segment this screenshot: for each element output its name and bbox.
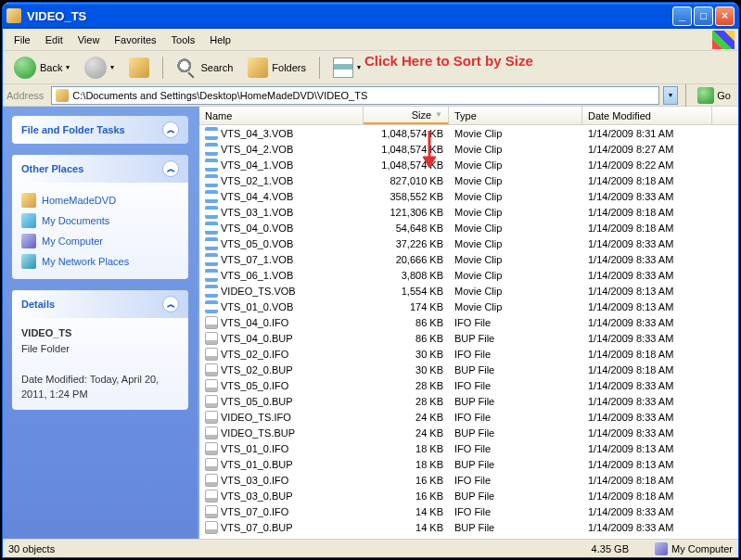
chevron-down-icon: ▾ [357,63,361,71]
menu-edit[interactable]: Edit [38,31,70,49]
file-type: BUP File [449,364,582,375]
titlebar[interactable]: VIDEO_TS _ □ × [3,3,738,29]
search-button[interactable]: Search [171,54,238,82]
back-button[interactable]: Back ▾ [8,53,75,83]
svg-marker-1 [423,157,436,168]
address-path: C:\Documents and Settings\Desktop\HomeMa… [72,90,367,101]
up-folder-icon [129,57,149,78]
file-type: Movie Clip [449,191,582,202]
file-row[interactable]: VTS_07_1.VOB20,666 KBMovie Clip1/14/2009… [199,251,738,267]
file-row[interactable]: VTS_02_1.VOB827,010 KBMovie Clip1/14/200… [199,172,738,188]
file-row[interactable]: VTS_04_1.VOB1,048,574 KBMovie Clip1/14/2… [199,157,738,172]
collapse-icon[interactable]: ︽ [162,121,179,138]
address-input[interactable]: C:\Documents and Settings\Desktop\HomeMa… [51,86,659,105]
file-icon [205,348,218,361]
file-type: Movie Clip [449,159,582,171]
file-row[interactable]: VTS_03_1.VOB121,306 KBMovie Clip1/14/200… [199,204,738,220]
file-name: VTS_01_0.IFO [221,443,288,454]
address-dropdown[interactable]: ▾ [663,86,678,105]
maximize-button[interactable]: □ [694,6,713,26]
file-row[interactable]: VTS_02_0.BUP30 KBBUP File1/14/2009 8:18 … [199,362,738,377]
file-row[interactable]: VTS_07_0.BUP14 KBBUP File1/14/2009 8:33 … [199,519,738,535]
file-row[interactable]: VTS_04_2.VOB1,048,574 KBMovie Clip1/14/2… [199,141,738,157]
chevron-down-icon: ▾ [110,63,114,71]
collapse-icon[interactable]: ︽ [162,160,179,177]
file-row[interactable]: VTS_02_0.IFO30 KBIFO File1/14/2009 8:18 … [199,346,738,362]
file-row[interactable]: VIDEO_TS.BUP24 KBBUP File1/14/2009 8:33 … [199,425,738,440]
statusbar: 30 objects 4.35 GB My Computer [3,539,738,557]
folders-button[interactable]: Folders [242,54,312,82]
sidebar-place-item[interactable]: My Network Places [21,251,179,272]
file-row[interactable]: VTS_05_0.BUP28 KBBUP File1/14/2009 8:33 … [199,393,738,409]
file-icon [205,159,218,172]
minimize-button[interactable]: _ [672,6,692,26]
file-row[interactable]: VTS_04_0.VOB54,648 KBMovie Clip1/14/2009… [199,220,738,235]
views-icon [333,57,353,78]
file-row[interactable]: VIDEO_TS.VOB1,554 KBMovie Clip1/14/2009 … [199,283,738,299]
up-button[interactable] [123,54,155,82]
status-disk-size: 4.35 GB [462,543,647,554]
forward-button[interactable]: ▾ [79,53,120,83]
file-row[interactable]: VTS_01_0.BUP18 KBBUP File1/14/2009 8:13 … [199,456,738,472]
collapse-icon[interactable]: ︽ [162,296,179,312]
file-type: Movie Clip [449,144,582,155]
sidebar-place-item[interactable]: My Documents [21,210,179,231]
file-date: 1/14/2009 8:33 AM [582,238,712,249]
file-name: VTS_04_2.VOB [221,144,293,155]
file-row[interactable]: VTS_05_0.VOB37,226 KBMovie Clip1/14/2009… [199,235,738,251]
file-name: VTS_03_0.BUP [221,490,293,502]
file-row[interactable]: VTS_05_0.IFO28 KBIFO File1/14/2009 8:33 … [199,377,738,393]
go-button[interactable]: Go [694,85,735,106]
file-row[interactable]: VTS_01_0.VOB174 KBMovie Clip1/14/2009 8:… [199,299,738,314]
column-type[interactable]: Type [449,107,582,124]
sidebar-place-item[interactable]: My Computer [21,231,179,251]
file-row[interactable]: VTS_03_0.IFO16 KBIFO File1/14/2009 8:18 … [199,472,738,488]
views-button[interactable]: ▾ [327,54,366,82]
file-size: 121,306 KB [364,207,449,218]
file-name: VTS_05_0.BUP [221,396,293,407]
file-type: Movie Clip [449,175,582,186]
sidebar: File and Folder Tasks ︽ Other Places ︽ H… [3,107,198,539]
menu-favorites[interactable]: Favorites [107,31,163,49]
forward-arrow-icon [84,57,107,79]
file-date: 1/14/2009 8:33 AM [582,254,712,265]
file-type: BUP File [449,522,582,533]
file-name: VTS_04_1.VOB [221,159,293,171]
go-icon [697,87,714,104]
file-date: 1/14/2009 8:22 AM [582,159,712,171]
menu-file[interactable]: File [6,31,38,49]
file-icon [205,269,218,282]
file-icon [205,143,218,156]
menu-help[interactable]: Help [202,31,238,49]
file-row[interactable]: VTS_04_4.VOB358,552 KBMovie Clip1/14/200… [199,188,738,204]
places-panel-header[interactable]: Other Places ︽ [12,155,188,183]
file-pane: Name Size▼ Type Date Modified VTS_04_3.V… [198,107,738,539]
tasks-panel-header[interactable]: File and Folder Tasks ︽ [12,116,188,144]
separator [319,57,320,79]
file-icon [205,379,218,392]
file-name: VTS_06_1.VOB [221,270,293,281]
file-icon [205,127,218,140]
explorer-window: VIDEO_TS _ □ × File Edit View Favorites … [2,2,739,558]
file-date: 1/14/2009 8:13 AM [582,459,712,470]
file-row[interactable]: VTS_04_3.VOB1,048,574 KBMovie Clip1/14/2… [199,125,738,141]
file-row[interactable]: VTS_03_0.BUP16 KBBUP File1/14/2009 8:18 … [199,488,738,503]
column-size[interactable]: Size▼ [364,107,449,124]
sidebar-place-item[interactable]: HomeMadeDVD [21,190,179,210]
annotation-arrow-icon [420,131,439,168]
file-row[interactable]: VTS_07_0.IFO14 KBIFO File1/14/2009 8:33 … [199,503,738,519]
file-row[interactable]: VTS_01_0.IFO18 KBIFO File1/14/2009 8:13 … [199,440,738,456]
menu-tools[interactable]: Tools [164,31,203,49]
file-row[interactable]: VTS_04_0.IFO86 KBIFO File1/14/2009 8:33 … [199,314,738,330]
file-row[interactable]: VTS_04_0.BUP86 KBBUP File1/14/2009 8:33 … [199,330,738,346]
file-list[interactable]: VTS_04_3.VOB1,048,574 KBMovie Clip1/14/2… [199,125,738,539]
column-name[interactable]: Name [199,107,364,124]
file-row[interactable]: VTS_06_1.VOB3,808 KBMovie Clip1/14/2009 … [199,267,738,283]
menu-view[interactable]: View [70,31,108,49]
details-panel-header[interactable]: Details ︽ [12,290,188,318]
column-date[interactable]: Date Modified [582,107,712,124]
close-button[interactable]: × [715,6,735,26]
place-icon [21,234,36,248]
file-size: 30 KB [364,349,449,360]
file-row[interactable]: VIDEO_TS.IFO24 KBIFO File1/14/2009 8:33 … [199,409,738,425]
